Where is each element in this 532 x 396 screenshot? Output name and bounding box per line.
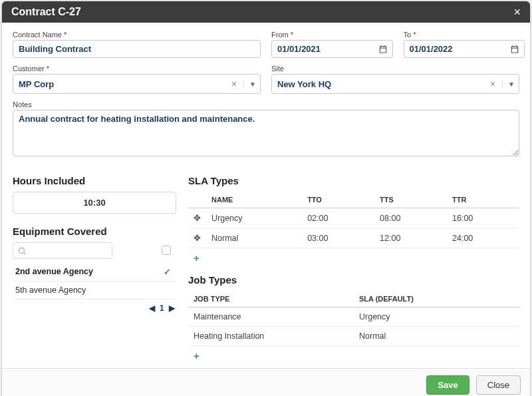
- equipment-covered-title: Equipment Covered: [13, 226, 176, 237]
- jobtype-row[interactable]: Maintenance Urgency: [188, 307, 519, 327]
- customer-select[interactable]: MP Corp × ▼: [13, 74, 261, 94]
- form-body: Contract Name * From * To *: [2, 23, 530, 167]
- chevron-down-icon[interactable]: ▼: [243, 81, 256, 88]
- add-sla-button[interactable]: +: [188, 248, 519, 268]
- chevron-down-icon[interactable]: ▼: [502, 81, 515, 88]
- sla-types-title: SLA Types: [188, 175, 519, 186]
- equipment-search-input[interactable]: [13, 242, 112, 259]
- pager-next-icon[interactable]: ▶: [169, 303, 175, 313]
- col-name: NAME: [206, 192, 302, 208]
- col-jobtype: JOB TYPE: [188, 291, 354, 307]
- equipment-pager: ◀ 1 ▶: [13, 303, 176, 313]
- to-date-input[interactable]: [404, 40, 525, 58]
- job-types-title: Job Types: [188, 274, 519, 286]
- hours-included-title: Hours Included: [13, 175, 176, 186]
- customer-label: Customer *: [13, 65, 261, 73]
- check-icon: ✓: [164, 267, 171, 277]
- close-icon[interactable]: ×: [513, 6, 521, 18]
- sla-types-table: NAME TTO TTS TTR ✥ Urgency 02:00 08:00 1…: [188, 192, 519, 248]
- from-label: From *: [271, 31, 393, 39]
- equipment-name: 2nd avenue Agency: [15, 267, 93, 276]
- svg-point-0: [19, 248, 24, 253]
- equipment-row[interactable]: 2nd avenue Agency ✓: [13, 263, 176, 282]
- col-tts: TTS: [374, 192, 447, 208]
- site-label: Site: [271, 65, 519, 73]
- modal-title: Contract C-27: [11, 6, 81, 18]
- equipment-name: 5th avenue Agency: [15, 286, 86, 295]
- drag-handle-icon[interactable]: ✥: [188, 228, 206, 248]
- customer-value: MP Corp: [19, 79, 227, 89]
- modal-footer: Save Close: [2, 368, 530, 396]
- drag-handle-icon[interactable]: ✥: [188, 208, 206, 228]
- modal-header: Contract C-27 ×: [2, 1, 530, 23]
- hours-included-value[interactable]: 10:30: [13, 192, 176, 214]
- add-jobtype-button[interactable]: +: [188, 346, 519, 365]
- pager-prev-icon[interactable]: ◀: [149, 303, 155, 313]
- sla-row[interactable]: ✥ Normal 03:00 12:00 24:00: [188, 228, 519, 248]
- save-button[interactable]: Save: [426, 375, 469, 395]
- site-select[interactable]: New York HQ × ▼: [271, 74, 519, 94]
- svg-line-1: [24, 252, 26, 254]
- search-icon: [17, 246, 27, 256]
- contract-name-input[interactable]: [13, 40, 261, 58]
- equipment-row[interactable]: 5th avenue Agency: [13, 282, 176, 299]
- job-types-table: JOB TYPE SLA (DEFAULT) Maintenance Urgen…: [188, 291, 519, 346]
- site-value: New York HQ: [277, 79, 486, 89]
- clear-icon[interactable]: ×: [486, 79, 499, 89]
- equipment-select-all-checkbox[interactable]: [162, 246, 171, 255]
- close-button[interactable]: Close: [476, 375, 521, 395]
- jobtype-row[interactable]: Heating Installation Normal: [188, 327, 519, 346]
- col-sla: SLA (DEFAULT): [354, 291, 519, 307]
- clear-icon[interactable]: ×: [227, 79, 241, 89]
- col-ttr: TTR: [447, 192, 519, 208]
- from-date-input[interactable]: [271, 40, 393, 58]
- to-label: To *: [404, 31, 525, 39]
- contract-name-label: Contract Name *: [13, 31, 261, 39]
- notes-label: Notes: [13, 100, 519, 108]
- pager-page[interactable]: 1: [160, 303, 164, 313]
- sla-row[interactable]: ✥ Urgency 02:00 08:00 16:00: [188, 208, 519, 228]
- notes-textarea[interactable]: [13, 110, 519, 156]
- contract-modal: Contract C-27 × Contract Name * From * T…: [1, 1, 531, 396]
- col-tto: TTO: [302, 192, 374, 208]
